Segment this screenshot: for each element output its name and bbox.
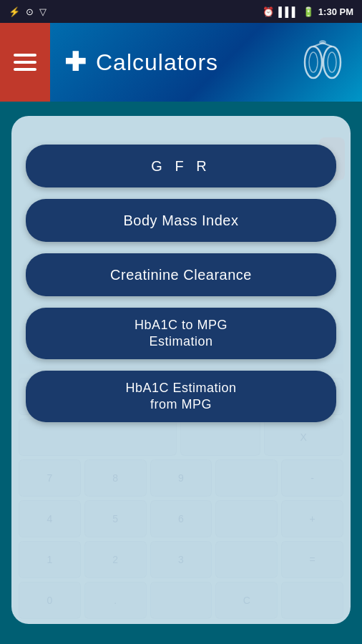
calc-key-6: 6	[150, 500, 212, 537]
hba1c-mpg-label-2: Estimation	[149, 334, 212, 349]
alarm-icon: ⏰	[263, 6, 274, 17]
app-title: Calculators	[96, 49, 218, 76]
calc-key-4: 4	[19, 500, 81, 537]
usb-icon: ⚡	[9, 6, 20, 17]
calc-key-8: 8	[84, 459, 147, 497]
svg-point-3	[323, 47, 341, 78]
calc-key-plus: +	[281, 500, 343, 537]
creatinine-button[interactable]: Creatinine Clearance	[26, 253, 336, 296]
calc-key-multiply: X	[264, 419, 344, 456]
calc-key-1: 1	[19, 541, 81, 578]
main-card: M+ M- MC MR % X 7 8 9 - 4 5 6 + 1 2	[11, 116, 351, 624]
bmi-button[interactable]: Body Mass Index	[26, 199, 336, 242]
calc-key-empty3	[215, 459, 278, 497]
calc-row-3: 7 8 9 -	[19, 459, 343, 497]
status-right-group: ⏰ ▌▌▌ 🔋 1:30 PM	[263, 6, 353, 17]
calc-key-0: 0	[19, 582, 81, 619]
hba1c-est-label-2: from MPG	[150, 397, 212, 412]
calculator-menu: G F R Body Mass Index Creatinine Clearan…	[26, 145, 336, 422]
calc-key-dot: .	[84, 582, 147, 619]
kidneys-icon	[298, 37, 348, 87]
bmi-label: Body Mass Index	[124, 213, 239, 229]
calc-row-2: X	[19, 419, 343, 456]
creatinine-label: Creatinine Clearance	[110, 267, 252, 283]
medical-cross-icon: ✚	[64, 49, 86, 75]
svg-point-4	[328, 52, 336, 72]
hamburger-line-1	[14, 54, 36, 57]
calc-key-empty5	[215, 541, 278, 578]
calc-row-5: 1 2 3 =	[19, 541, 343, 578]
calc-key-9: 9	[150, 459, 212, 497]
header: ✚ Calculators	[0, 23, 362, 102]
clock: 1:30 PM	[318, 6, 353, 17]
menu-button[interactable]	[0, 23, 50, 102]
gfr-button[interactable]: G F R	[26, 145, 336, 187]
hba1c-est-button[interactable]: HbA1C Estimation from MPG	[26, 371, 336, 422]
calc-key-c: C	[215, 582, 278, 619]
calc-key-7: 7	[19, 459, 81, 497]
hamburger-line-2	[14, 61, 36, 64]
battery-icon: 🔋	[303, 6, 314, 17]
hamburger-line-3	[14, 68, 36, 71]
svg-point-0	[305, 47, 322, 78]
notification-icon: ⊙	[26, 6, 34, 17]
signal-icon: ▌▌▌	[278, 6, 298, 17]
calc-row-4: 4 5 6 +	[19, 500, 343, 537]
calc-key-5: 5	[84, 500, 147, 537]
calc-key-empty7	[281, 582, 343, 619]
status-bar: ⚡ ⊙ ▽ ⏰ ▌▌▌ 🔋 1:30 PM	[0, 0, 362, 23]
svg-point-6	[319, 40, 326, 44]
calc-key-3: 3	[150, 541, 212, 578]
hba1c-mpg-label-1: HbA1C to MPG	[134, 318, 228, 333]
gfr-label: G F R	[151, 158, 210, 175]
calc-row-6: 0 . C	[19, 582, 343, 619]
svg-point-1	[309, 52, 318, 72]
hba1c-est-label-1: HbA1C Estimation	[125, 381, 236, 396]
hba1c-mpg-button[interactable]: HbA1C to MPG Estimation	[26, 308, 336, 359]
calc-key-minus: -	[281, 459, 343, 497]
status-icons-left: ⚡ ⊙ ▽	[9, 6, 47, 17]
calc-key-equals: =	[281, 541, 343, 578]
calc-key-empty4	[215, 500, 278, 537]
calc-key-empty2	[180, 419, 260, 456]
calc-key-2: 2	[84, 541, 147, 578]
calc-key-empty6	[150, 582, 212, 619]
sync-icon: ▽	[39, 6, 47, 17]
calc-key-empty1	[19, 419, 177, 456]
